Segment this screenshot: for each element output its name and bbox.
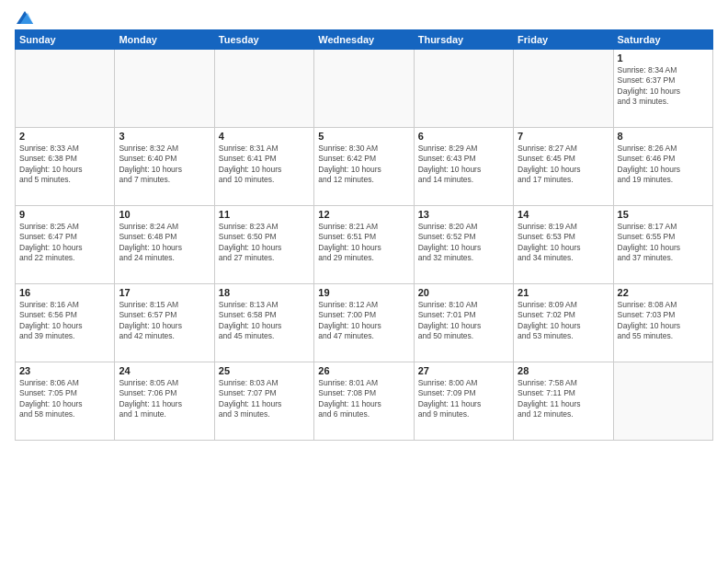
calendar-week-0: 1Sunrise: 8:34 AM Sunset: 6:37 PM Daylig… bbox=[16, 50, 713, 128]
calendar-cell bbox=[514, 50, 613, 128]
calendar-cell: 22Sunrise: 8:08 AM Sunset: 7:03 PM Dayli… bbox=[613, 284, 712, 362]
day-info: Sunrise: 8:05 AM Sunset: 7:06 PM Dayligh… bbox=[119, 378, 210, 420]
day-info: Sunrise: 8:24 AM Sunset: 6:48 PM Dayligh… bbox=[119, 222, 210, 264]
calendar-cell: 3Sunrise: 8:32 AM Sunset: 6:40 PM Daylig… bbox=[115, 128, 214, 206]
day-number: 18 bbox=[219, 287, 310, 298]
calendar-cell: 26Sunrise: 8:01 AM Sunset: 7:08 PM Dayli… bbox=[314, 362, 414, 441]
day-header-friday: Friday bbox=[514, 30, 613, 50]
day-number: 19 bbox=[318, 287, 409, 298]
calendar-cell: 18Sunrise: 8:13 AM Sunset: 6:58 PM Dayli… bbox=[214, 284, 313, 362]
calendar: SundayMondayTuesdayWednesdayThursdayFrid… bbox=[15, 29, 713, 441]
page: SundayMondayTuesdayWednesdayThursdayFrid… bbox=[0, 0, 728, 563]
day-number: 6 bbox=[418, 131, 509, 142]
calendar-cell: 24Sunrise: 8:05 AM Sunset: 7:06 PM Dayli… bbox=[115, 362, 214, 441]
day-number: 10 bbox=[119, 209, 210, 220]
calendar-cell: 15Sunrise: 8:17 AM Sunset: 6:55 PM Dayli… bbox=[613, 206, 712, 284]
day-number: 11 bbox=[219, 209, 310, 220]
calendar-cell: 1Sunrise: 8:34 AM Sunset: 6:37 PM Daylig… bbox=[613, 50, 712, 128]
day-number: 13 bbox=[418, 209, 509, 220]
calendar-cell bbox=[214, 50, 313, 128]
day-number: 17 bbox=[119, 287, 210, 298]
day-info: Sunrise: 8:19 AM Sunset: 6:53 PM Dayligh… bbox=[518, 222, 609, 264]
calendar-cell bbox=[115, 50, 214, 128]
calendar-cell: 4Sunrise: 8:31 AM Sunset: 6:41 PM Daylig… bbox=[214, 128, 313, 206]
day-number: 8 bbox=[618, 131, 709, 142]
calendar-week-2: 9Sunrise: 8:25 AM Sunset: 6:47 PM Daylig… bbox=[16, 206, 713, 284]
day-info: Sunrise: 7:58 AM Sunset: 7:11 PM Dayligh… bbox=[518, 378, 609, 420]
header bbox=[15, 11, 713, 22]
day-number: 28 bbox=[518, 365, 609, 376]
day-info: Sunrise: 8:32 AM Sunset: 6:40 PM Dayligh… bbox=[119, 144, 210, 186]
day-number: 26 bbox=[318, 365, 409, 376]
calendar-cell: 28Sunrise: 7:58 AM Sunset: 7:11 PM Dayli… bbox=[514, 362, 613, 441]
day-number: 20 bbox=[418, 287, 509, 298]
day-info: Sunrise: 8:21 AM Sunset: 6:51 PM Dayligh… bbox=[318, 222, 409, 264]
day-number: 23 bbox=[19, 365, 110, 376]
calendar-cell: 16Sunrise: 8:16 AM Sunset: 6:56 PM Dayli… bbox=[16, 284, 115, 362]
day-number: 5 bbox=[318, 131, 409, 142]
day-info: Sunrise: 8:23 AM Sunset: 6:50 PM Dayligh… bbox=[219, 222, 310, 264]
calendar-cell bbox=[314, 50, 414, 128]
day-number: 9 bbox=[19, 209, 110, 220]
day-number: 27 bbox=[418, 365, 509, 376]
calendar-cell: 21Sunrise: 8:09 AM Sunset: 7:02 PM Dayli… bbox=[514, 284, 613, 362]
day-number: 24 bbox=[119, 365, 210, 376]
calendar-cell: 14Sunrise: 8:19 AM Sunset: 6:53 PM Dayli… bbox=[514, 206, 613, 284]
calendar-header-row: SundayMondayTuesdayWednesdayThursdayFrid… bbox=[16, 30, 713, 50]
calendar-cell: 6Sunrise: 8:29 AM Sunset: 6:43 PM Daylig… bbox=[414, 128, 513, 206]
day-info: Sunrise: 8:26 AM Sunset: 6:46 PM Dayligh… bbox=[618, 144, 709, 186]
day-header-monday: Monday bbox=[115, 30, 214, 50]
calendar-week-3: 16Sunrise: 8:16 AM Sunset: 6:56 PM Dayli… bbox=[16, 284, 713, 362]
day-number: 16 bbox=[19, 287, 110, 298]
day-number: 12 bbox=[318, 209, 409, 220]
day-info: Sunrise: 8:09 AM Sunset: 7:02 PM Dayligh… bbox=[518, 300, 609, 342]
calendar-cell: 19Sunrise: 8:12 AM Sunset: 7:00 PM Dayli… bbox=[314, 284, 414, 362]
day-info: Sunrise: 8:12 AM Sunset: 7:00 PM Dayligh… bbox=[318, 300, 409, 342]
day-number: 14 bbox=[518, 209, 609, 220]
calendar-cell: 20Sunrise: 8:10 AM Sunset: 7:01 PM Dayli… bbox=[414, 284, 513, 362]
day-number: 21 bbox=[518, 287, 609, 298]
day-header-wednesday: Wednesday bbox=[314, 30, 414, 50]
calendar-cell: 25Sunrise: 8:03 AM Sunset: 7:07 PM Dayli… bbox=[214, 362, 313, 441]
day-header-sunday: Sunday bbox=[16, 30, 115, 50]
calendar-cell: 2Sunrise: 8:33 AM Sunset: 6:38 PM Daylig… bbox=[16, 128, 115, 206]
day-header-tuesday: Tuesday bbox=[214, 30, 313, 50]
calendar-cell: 12Sunrise: 8:21 AM Sunset: 6:51 PM Dayli… bbox=[314, 206, 414, 284]
calendar-cell: 10Sunrise: 8:24 AM Sunset: 6:48 PM Dayli… bbox=[115, 206, 214, 284]
calendar-week-1: 2Sunrise: 8:33 AM Sunset: 6:38 PM Daylig… bbox=[16, 128, 713, 206]
calendar-week-4: 23Sunrise: 8:06 AM Sunset: 7:05 PM Dayli… bbox=[16, 362, 713, 441]
day-info: Sunrise: 8:10 AM Sunset: 7:01 PM Dayligh… bbox=[418, 300, 509, 342]
day-header-thursday: Thursday bbox=[414, 30, 513, 50]
day-info: Sunrise: 8:33 AM Sunset: 6:38 PM Dayligh… bbox=[19, 144, 110, 186]
day-info: Sunrise: 8:25 AM Sunset: 6:47 PM Dayligh… bbox=[19, 222, 110, 264]
calendar-cell: 9Sunrise: 8:25 AM Sunset: 6:47 PM Daylig… bbox=[16, 206, 115, 284]
day-info: Sunrise: 8:31 AM Sunset: 6:41 PM Dayligh… bbox=[219, 144, 310, 186]
day-header-saturday: Saturday bbox=[613, 30, 712, 50]
day-info: Sunrise: 8:30 AM Sunset: 6:42 PM Dayligh… bbox=[318, 144, 409, 186]
day-info: Sunrise: 8:13 AM Sunset: 6:58 PM Dayligh… bbox=[219, 300, 310, 342]
day-info: Sunrise: 8:16 AM Sunset: 6:56 PM Dayligh… bbox=[19, 300, 110, 342]
calendar-cell: 13Sunrise: 8:20 AM Sunset: 6:52 PM Dayli… bbox=[414, 206, 513, 284]
day-number: 3 bbox=[119, 131, 210, 142]
calendar-cell bbox=[16, 50, 115, 128]
day-number: 2 bbox=[19, 131, 110, 142]
day-number: 4 bbox=[219, 131, 310, 142]
day-info: Sunrise: 8:20 AM Sunset: 6:52 PM Dayligh… bbox=[418, 222, 509, 264]
calendar-cell: 23Sunrise: 8:06 AM Sunset: 7:05 PM Dayli… bbox=[16, 362, 115, 441]
day-info: Sunrise: 8:34 AM Sunset: 6:37 PM Dayligh… bbox=[618, 65, 709, 108]
logo bbox=[15, 11, 33, 22]
calendar-cell: 8Sunrise: 8:26 AM Sunset: 6:46 PM Daylig… bbox=[613, 128, 712, 206]
day-info: Sunrise: 8:06 AM Sunset: 7:05 PM Dayligh… bbox=[19, 378, 110, 420]
day-info: Sunrise: 8:08 AM Sunset: 7:03 PM Dayligh… bbox=[618, 300, 709, 342]
day-info: Sunrise: 8:15 AM Sunset: 6:57 PM Dayligh… bbox=[119, 300, 210, 342]
day-info: Sunrise: 8:01 AM Sunset: 7:08 PM Dayligh… bbox=[318, 378, 409, 420]
calendar-cell: 27Sunrise: 8:00 AM Sunset: 7:09 PM Dayli… bbox=[414, 362, 513, 441]
day-info: Sunrise: 8:29 AM Sunset: 6:43 PM Dayligh… bbox=[418, 144, 509, 186]
day-number: 7 bbox=[518, 131, 609, 142]
logo-icon bbox=[17, 11, 33, 24]
calendar-cell bbox=[613, 362, 712, 441]
calendar-cell: 7Sunrise: 8:27 AM Sunset: 6:45 PM Daylig… bbox=[514, 128, 613, 206]
calendar-cell bbox=[414, 50, 513, 128]
day-info: Sunrise: 8:17 AM Sunset: 6:55 PM Dayligh… bbox=[618, 222, 709, 264]
day-number: 25 bbox=[219, 365, 310, 376]
